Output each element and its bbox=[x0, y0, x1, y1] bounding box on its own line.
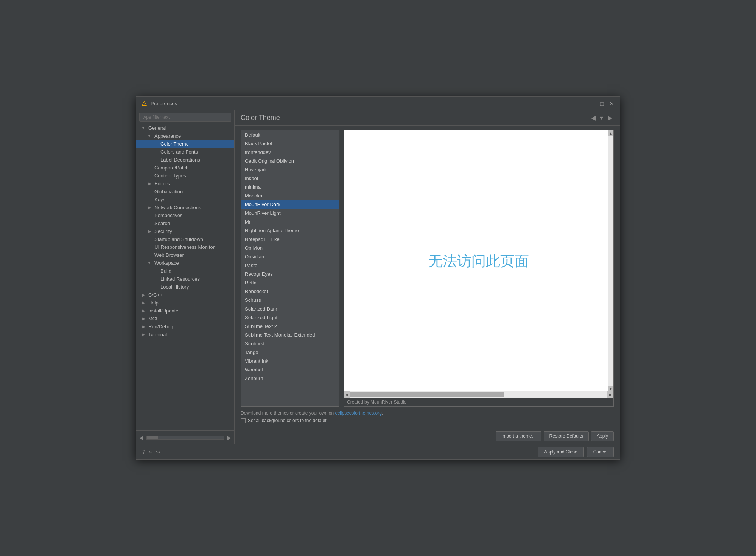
sidebar-item-network-connections[interactable]: ▶ Network Connections bbox=[136, 203, 234, 211]
theme-item-nightlion[interactable]: NightLion Aptana Theme bbox=[241, 226, 339, 235]
preview-scroll-right-arrow[interactable]: ▶ bbox=[607, 391, 613, 398]
restore-defaults-button[interactable]: Restore Defaults bbox=[544, 431, 589, 441]
theme-item-mounriver-dark[interactable]: MounRiver Dark bbox=[241, 200, 339, 209]
sidebar-item-startup-shutdown[interactable]: Startup and Shutdown bbox=[136, 235, 234, 243]
sidebar-item-general[interactable]: ▾ General bbox=[136, 124, 234, 132]
bottom-bar: ? ↩ ↪ Apply and Close Cancel bbox=[136, 444, 620, 459]
sidebar-item-mcu[interactable]: ▶ MCU bbox=[136, 315, 234, 323]
apply-button[interactable]: Apply bbox=[591, 431, 614, 441]
sidebar-item-label: Web Browser bbox=[154, 252, 184, 258]
theme-item-notepadpp[interactable]: Notepad++ Like bbox=[241, 235, 339, 244]
forward-icon[interactable]: ↪ bbox=[156, 449, 160, 455]
theme-item-default[interactable]: Default bbox=[241, 130, 339, 139]
sidebar-nav-left[interactable]: ◀ bbox=[139, 435, 143, 441]
cancel-button[interactable]: Cancel bbox=[587, 447, 614, 457]
theme-list-container: Default Black Pastel frontenddev Gedit O… bbox=[241, 130, 339, 407]
theme-item-pastel[interactable]: Pastel bbox=[241, 261, 339, 270]
sidebar-item-compare-patch[interactable]: Compare/Patch bbox=[136, 164, 234, 172]
checkbox-label: Set all background colors to the default bbox=[248, 418, 326, 423]
theme-item-sublime-text-monokai[interactable]: Sublime Text Monokai Extended bbox=[241, 331, 339, 339]
main-header: Color Theme ◀ ▾ ▶ bbox=[235, 110, 620, 126]
sidebar-item-color-theme[interactable]: Color Theme bbox=[136, 140, 234, 148]
sidebar-item-cpp[interactable]: ▶ C/C++ bbox=[136, 291, 234, 299]
theme-item-vibrant-ink[interactable]: Vibrant Ink bbox=[241, 357, 339, 365]
checkbox-row: Set all background colors to the default bbox=[241, 418, 614, 423]
import-theme-button[interactable]: Import a theme... bbox=[496, 431, 541, 441]
main-body: Default Black Pastel frontenddev Gedit O… bbox=[235, 126, 620, 428]
theme-item-frontenddev[interactable]: frontenddev bbox=[241, 148, 339, 157]
sidebar-item-security[interactable]: ▶ Security bbox=[136, 227, 234, 235]
preview-scroll-left-arrow[interactable]: ◀ bbox=[344, 391, 350, 398]
nav-fwd-button[interactable]: ▶ bbox=[606, 113, 614, 122]
sidebar-item-label-decorations[interactable]: Label Decorations bbox=[136, 156, 234, 164]
theme-item-solarized-dark[interactable]: Solarized Dark bbox=[241, 304, 339, 313]
sidebar-item-search[interactable]: Search bbox=[136, 219, 234, 227]
sidebar-item-workspace[interactable]: ▾ Workspace bbox=[136, 259, 234, 267]
sidebar-item-terminal[interactable]: ▶ Terminal bbox=[136, 331, 234, 339]
sidebar-item-install-update[interactable]: ▶ Install/Update bbox=[136, 307, 234, 315]
theme-item-recogneyes[interactable]: RecognEyes bbox=[241, 270, 339, 278]
nav-down-button[interactable]: ▾ bbox=[599, 113, 605, 122]
expand-arrow-security: ▶ bbox=[148, 229, 153, 233]
preview-vscrollbar[interactable]: ▲ ▼ bbox=[608, 130, 613, 391]
sidebar-item-appearance[interactable]: ▾ Appearance bbox=[136, 132, 234, 140]
theme-item-tango[interactable]: Tango bbox=[241, 348, 339, 357]
theme-item-schuss[interactable]: Schuss bbox=[241, 296, 339, 304]
preview-scroll-up-arrow[interactable]: ▲ bbox=[608, 130, 613, 136]
theme-list[interactable]: Default Black Pastel frontenddev Gedit O… bbox=[241, 130, 339, 406]
help-icon[interactable]: ? bbox=[142, 449, 145, 455]
theme-item-minimal[interactable]: minimal bbox=[241, 183, 339, 191]
theme-item-roboticket[interactable]: Roboticket bbox=[241, 287, 339, 296]
theme-item-retta[interactable]: Retta bbox=[241, 278, 339, 287]
sidebar-item-perspectives[interactable]: Perspectives bbox=[136, 211, 234, 219]
theme-item-havenjark[interactable]: Havenjark bbox=[241, 165, 339, 174]
apply-and-close-button[interactable]: Apply and Close bbox=[538, 447, 583, 457]
sidebar-item-ui-responsiveness[interactable]: UI Responsiveness Monitori bbox=[136, 243, 234, 251]
tree-area: ▾ General ▾ Appearance Color Theme Color… bbox=[136, 124, 234, 430]
sidebar-item-content-types[interactable]: Content Types bbox=[136, 172, 234, 180]
sidebar-item-label: Network Connections bbox=[154, 205, 201, 210]
theme-item-gedit[interactable]: Gedit Original Oblivion bbox=[241, 157, 339, 165]
title-bar: ✓ Preferences ─ □ ✕ bbox=[136, 97, 620, 110]
theme-item-obsidian[interactable]: Obsidian bbox=[241, 252, 339, 261]
theme-item-mr[interactable]: Mr bbox=[241, 217, 339, 226]
preview-hscrollbar[interactable]: ◀ ▶ bbox=[344, 391, 613, 398]
theme-item-oblivion[interactable]: Oblivion bbox=[241, 244, 339, 252]
preview-hscroll-thumb bbox=[350, 392, 504, 397]
sidebar-scrollbar[interactable] bbox=[146, 436, 224, 440]
download-link[interactable]: eclipsecolorthemes.org bbox=[335, 410, 381, 416]
sidebar-item-help[interactable]: ▶ Help bbox=[136, 299, 234, 307]
sidebar-item-run-debug[interactable]: ▶ Run/Debug bbox=[136, 323, 234, 331]
sidebar-item-web-browser[interactable]: Web Browser bbox=[136, 251, 234, 259]
close-button[interactable]: ✕ bbox=[608, 100, 615, 107]
window-title: Preferences bbox=[151, 101, 589, 106]
sidebar-item-build[interactable]: Build bbox=[136, 267, 234, 275]
preview-credit: Created by MounRiver Studio bbox=[344, 398, 613, 406]
maximize-button[interactable]: □ bbox=[599, 100, 605, 107]
back-icon[interactable]: ↩ bbox=[148, 449, 153, 455]
sidebar-item-globalization[interactable]: Globalization bbox=[136, 188, 234, 196]
sidebar-item-keys[interactable]: Keys bbox=[136, 196, 234, 203]
preview-scroll-down-arrow[interactable]: ▼ bbox=[608, 386, 613, 391]
filter-input[interactable] bbox=[139, 113, 231, 122]
theme-item-inkpot[interactable]: Inkpot bbox=[241, 174, 339, 183]
background-checkbox[interactable] bbox=[241, 418, 246, 423]
theme-item-black-pastel[interactable]: Black Pastel bbox=[241, 139, 339, 148]
theme-item-mounriver-light[interactable]: MounRiver Light bbox=[241, 209, 339, 217]
sidebar-item-label: Workspace bbox=[154, 260, 179, 266]
theme-item-monokai[interactable]: Monokai bbox=[241, 191, 339, 200]
nav-back-button[interactable]: ◀ bbox=[590, 113, 597, 122]
sidebar-item-editors[interactable]: ▶ Editors bbox=[136, 180, 234, 188]
theme-item-sublime-text-2[interactable]: Sublime Text 2 bbox=[241, 322, 339, 331]
theme-item-solarized-light[interactable]: Solarized Light bbox=[241, 313, 339, 322]
theme-item-zenburn[interactable]: Zenburn bbox=[241, 374, 339, 383]
sidebar-item-linked-resources[interactable]: Linked Resources bbox=[136, 275, 234, 283]
preview-hscroll-track bbox=[350, 391, 607, 398]
theme-item-sunburst[interactable]: Sunburst bbox=[241, 339, 339, 348]
footer-buttons: Import a theme... Restore Defaults Apply bbox=[235, 428, 620, 444]
sidebar-item-colors-fonts[interactable]: Colors and Fonts bbox=[136, 148, 234, 156]
theme-item-wombat[interactable]: Wombat bbox=[241, 365, 339, 374]
minimize-button[interactable]: ─ bbox=[589, 100, 596, 107]
sidebar-item-local-history[interactable]: Local History bbox=[136, 283, 234, 291]
sidebar-nav-right[interactable]: ▶ bbox=[227, 435, 231, 441]
